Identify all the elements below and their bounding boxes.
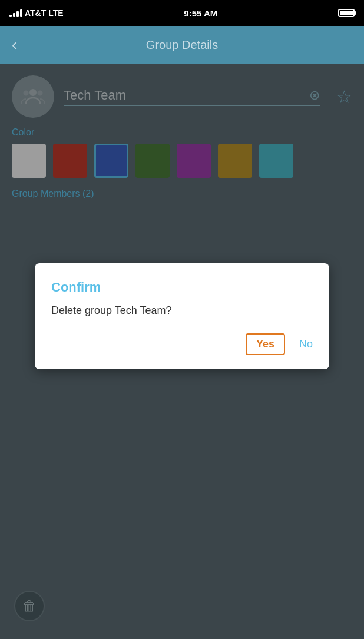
status-left: AT&T LTE bbox=[9, 8, 64, 18]
main-content: Tech Team ⊗ ☆ Color Group Members (2) Vi… bbox=[0, 64, 364, 639]
header: ‹ Group Details bbox=[0, 26, 364, 64]
bar3 bbox=[16, 11, 19, 17]
header-title: Group Details bbox=[146, 38, 218, 52]
confirm-no-button[interactable]: No bbox=[299, 338, 313, 350]
network-label: LTE bbox=[48, 8, 63, 18]
bar1 bbox=[9, 15, 12, 17]
dialog-title: Confirm bbox=[51, 280, 313, 295]
dialog-message: Delete group Tech Team? bbox=[51, 304, 313, 317]
bar2 bbox=[13, 13, 15, 17]
dialog-buttons: Yes No bbox=[51, 333, 313, 355]
confirm-yes-button[interactable]: Yes bbox=[246, 333, 285, 355]
status-bar: AT&T LTE 9:55 AM bbox=[0, 0, 364, 26]
time-label: 9:55 AM bbox=[184, 8, 217, 18]
battery-icon bbox=[338, 9, 355, 17]
bar4 bbox=[20, 9, 22, 17]
signal-bars bbox=[9, 9, 22, 17]
status-right bbox=[338, 9, 355, 17]
dialog-overlay: Confirm Delete group Tech Team? Yes No bbox=[0, 64, 364, 639]
battery-fill bbox=[340, 11, 353, 15]
back-button[interactable]: ‹ bbox=[12, 37, 17, 53]
carrier-label: AT&T bbox=[25, 8, 46, 18]
confirm-dialog: Confirm Delete group Tech Team? Yes No bbox=[35, 263, 329, 369]
